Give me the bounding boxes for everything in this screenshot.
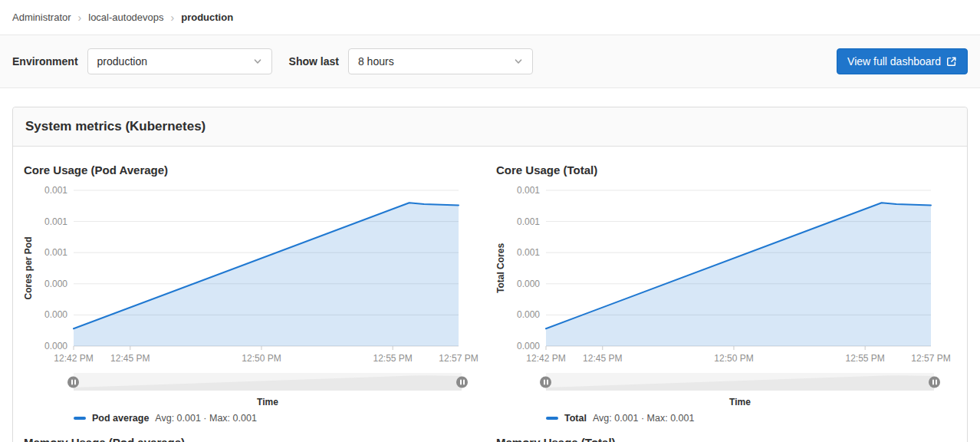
svg-text:0.000: 0.000	[44, 341, 67, 351]
core-usage-total-chart[interactable]: 0.0000.0000.0000.0010.0010.00112:42 PM12…	[496, 181, 956, 365]
show-last-label: Show last	[289, 55, 339, 68]
chevron-down-icon	[253, 57, 262, 66]
chart-title: Core Usage (Pod Average)	[24, 163, 484, 176]
svg-text:12:50 PM: 12:50 PM	[714, 353, 753, 364]
slider-handle-right[interactable]	[456, 376, 468, 388]
legend-series-stats: Avg: 0.001 · Max: 0.001	[155, 413, 257, 424]
system-metrics-card: System metrics (Kubernetes) Core Usage (…	[12, 107, 968, 442]
svg-text:12:45 PM: 12:45 PM	[110, 353, 150, 364]
slider-handle-right[interactable]	[929, 376, 940, 388]
svg-text:0.000: 0.000	[44, 309, 67, 320]
svg-text:0.001: 0.001	[517, 216, 540, 227]
svg-text:12:50 PM: 12:50 PM	[242, 353, 281, 364]
metrics-group-body: Core Usage (Pod Average) 0.0000.0000.000…	[13, 147, 967, 442]
svg-text:12:55 PM: 12:55 PM	[373, 353, 412, 364]
svg-text:12:55 PM: 12:55 PM	[845, 353, 884, 364]
time-range-slider[interactable]	[74, 373, 462, 391]
svg-text:0.001: 0.001	[517, 185, 540, 196]
legend-item-total[interactable]: Total Avg: 0.001 · Max: 0.001	[546, 413, 956, 424]
svg-text:12:57 PM: 12:57 PM	[911, 353, 950, 364]
core-usage-pod-average-chart[interactable]: 0.0000.0000.0000.0010.0010.00112:42 PM12…	[24, 181, 484, 365]
metrics-group-title: System metrics (Kubernetes)	[25, 119, 955, 134]
chart-title: Core Usage (Total)	[496, 163, 956, 176]
x-axis-title: Time	[74, 397, 462, 407]
legend-series-name: Total	[564, 413, 587, 424]
environment-select-value: production	[97, 55, 147, 68]
svg-text:0.001: 0.001	[44, 185, 67, 196]
chart-panel-core-usage-total: Core Usage (Total) 0.0000.0000.0000.0010…	[490, 147, 956, 424]
svg-text:Cores per Pod: Cores per Pod	[24, 236, 34, 299]
legend-item-pod-average[interactable]: Pod average Avg: 0.001 · Max: 0.001	[74, 413, 484, 424]
slider-mini-chart	[74, 373, 462, 391]
chart-title: Memory Usage (Total)	[496, 436, 956, 442]
breadcrumb-separator-icon: ›	[171, 12, 175, 23]
slider-handle-left[interactable]	[540, 376, 551, 388]
slider-mini-chart	[546, 373, 934, 391]
metrics-filter-bar: Environment production Show last 8 hours…	[0, 35, 980, 88]
chart-panel-memory-usage-total: Memory Usage (Total)	[490, 424, 956, 442]
legend-series-name: Pod average	[92, 413, 149, 424]
svg-text:0.000: 0.000	[517, 341, 540, 351]
svg-text:0.001: 0.001	[517, 247, 540, 258]
environment-label: Environment	[12, 55, 78, 68]
show-last-select[interactable]: 8 hours	[348, 48, 533, 74]
breadcrumb: Administrator › local-autodevops › produ…	[0, 0, 980, 35]
svg-text:0.000: 0.000	[517, 279, 540, 289]
svg-text:12:45 PM: 12:45 PM	[583, 353, 622, 364]
legend-swatch	[74, 417, 86, 420]
metrics-group-header[interactable]: System metrics (Kubernetes)	[13, 107, 967, 147]
environment-select[interactable]: production	[87, 48, 272, 74]
show-last-select-value: 8 hours	[358, 55, 394, 68]
dashboard-content: System metrics (Kubernetes) Core Usage (…	[12, 107, 968, 442]
svg-text:0.000: 0.000	[517, 309, 540, 320]
external-link-icon	[946, 56, 957, 67]
chevron-down-icon	[514, 57, 523, 66]
chart-panel-core-usage-pod-average: Core Usage (Pod Average) 0.0000.0000.000…	[24, 147, 490, 424]
time-range-slider[interactable]	[546, 373, 934, 391]
chart-plot[interactable]: 0.0000.0000.0000.0010.0010.00112:42 PM12…	[24, 181, 484, 365]
breadcrumb-separator-icon: ›	[78, 12, 82, 23]
svg-text:0.000: 0.000	[44, 279, 67, 289]
svg-text:12:42 PM: 12:42 PM	[54, 353, 93, 364]
chart-title: Memory Usage (Pod average)	[24, 436, 484, 442]
breadcrumb-item-project[interactable]: local-autodevops	[88, 12, 163, 23]
breadcrumb-item-current: production	[181, 12, 233, 23]
svg-text:12:42 PM: 12:42 PM	[526, 353, 565, 364]
svg-text:0.001: 0.001	[44, 247, 67, 258]
x-axis-title: Time	[546, 397, 934, 407]
view-full-dashboard-label: View full dashboard	[847, 55, 941, 68]
chart-panel-memory-usage-pod-average: Memory Usage (Pod average)	[24, 424, 490, 442]
legend-swatch	[546, 417, 558, 420]
svg-text:12:57 PM: 12:57 PM	[439, 353, 478, 364]
chart-plot[interactable]: 0.0000.0000.0000.0010.0010.00112:42 PM12…	[496, 181, 956, 365]
svg-text:0.001: 0.001	[44, 216, 67, 227]
view-full-dashboard-button[interactable]: View full dashboard	[837, 48, 968, 74]
svg-text:Total Cores: Total Cores	[496, 243, 506, 293]
breadcrumb-item-administrator[interactable]: Administrator	[12, 12, 71, 23]
slider-handle-left[interactable]	[67, 376, 79, 388]
legend-series-stats: Avg: 0.001 · Max: 0.001	[593, 413, 695, 424]
